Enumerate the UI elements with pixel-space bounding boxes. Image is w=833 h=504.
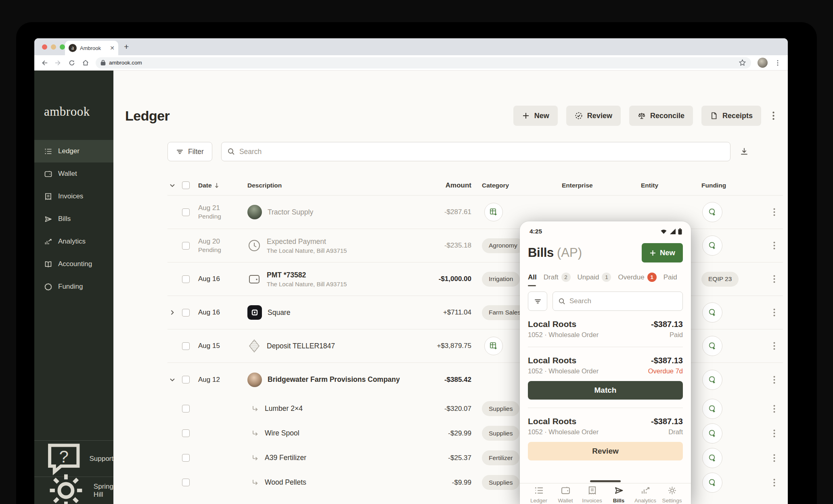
row-menu-icon[interactable] (765, 342, 783, 350)
bill-item[interactable]: Local Roots -$387.13 1052 · Wholesale Or… (528, 311, 683, 347)
add-category-button[interactable] (484, 337, 503, 355)
receipts-button[interactable]: Receipts (701, 106, 761, 126)
add-funding-button[interactable] (702, 399, 722, 419)
col-entity[interactable]: Entity (641, 182, 701, 189)
sidebar-item-funding[interactable]: Funding (34, 275, 113, 298)
add-funding-button[interactable] (702, 473, 722, 493)
sidebar-item-wallet[interactable]: Wallet (34, 162, 113, 185)
row-menu-icon[interactable] (765, 242, 783, 250)
row-checkbox[interactable] (182, 454, 190, 462)
category-chip[interactable]: Supplies (482, 475, 519, 490)
sidebar-item-analytics[interactable]: Analytics (34, 230, 113, 253)
add-funding-button[interactable] (702, 448, 722, 468)
row-checkbox[interactable] (182, 275, 190, 283)
tab-paid[interactable]: Paid (663, 273, 677, 286)
row-menu-icon[interactable] (765, 454, 783, 462)
select-all-checkbox[interactable] (182, 181, 190, 189)
browser-menu-icon[interactable] (774, 59, 781, 67)
collapse-all-chevron-icon[interactable] (169, 182, 176, 189)
row-menu-icon[interactable] (765, 208, 783, 216)
new-tab-button[interactable]: + (124, 42, 129, 51)
search-input[interactable] (239, 148, 724, 156)
review-button[interactable]: Review (566, 106, 621, 126)
add-funding-button[interactable] (702, 370, 722, 390)
category-chip[interactable]: Supplies (482, 401, 519, 416)
row-menu-icon[interactable] (765, 479, 783, 487)
category-chip[interactable]: Agronomy (482, 238, 524, 253)
bill-item[interactable]: Local Roots -$387.13 1052 · Wholesale Or… (528, 347, 683, 408)
tab-unpaid[interactable]: Unpaid1 (578, 273, 611, 287)
table-row[interactable]: Aug 21Pending Tractor Supply -$287.61 (167, 196, 783, 229)
row-checkbox[interactable] (182, 479, 190, 486)
phone-search-input[interactable] (569, 297, 677, 305)
close-window-button[interactable] (42, 44, 47, 50)
home-icon[interactable] (82, 59, 89, 67)
row-menu-icon[interactable] (765, 275, 783, 283)
reconcile-button[interactable]: Reconcile (629, 106, 693, 126)
row-checkbox[interactable] (182, 429, 190, 437)
search-field[interactable] (221, 142, 730, 161)
phone-nav-wallet[interactable]: Wallet (554, 485, 577, 504)
filter-button[interactable]: Filter (167, 142, 212, 161)
phone-nav-invoices[interactable]: Invoices (580, 485, 604, 504)
tab-all[interactable]: All (528, 273, 537, 286)
phone-nav-bills[interactable]: Bills (607, 485, 630, 504)
export-download-icon[interactable] (740, 147, 749, 156)
browser-profile-avatar[interactable] (758, 58, 768, 68)
col-description[interactable]: Description (247, 182, 403, 189)
tab-overdue[interactable]: Overdue1 (618, 273, 656, 287)
row-checkbox[interactable] (182, 242, 190, 250)
phone-nav-analytics[interactable]: Analytics (634, 485, 657, 504)
sidebar-item-spring-hill[interactable]: Spring Hill (34, 477, 113, 504)
col-amount[interactable]: Amount (403, 181, 471, 190)
add-funding-button[interactable] (702, 202, 722, 222)
bill-item[interactable]: Local Roots -$387.13 1052 · Wholesale Or… (528, 408, 683, 460)
category-chip[interactable]: Supplies (482, 426, 519, 441)
col-date[interactable]: Date (198, 182, 212, 189)
phone-nav-settings[interactable]: Settings (660, 485, 684, 504)
row-menu-icon[interactable] (765, 308, 783, 317)
phone-filter-button[interactable] (528, 292, 547, 311)
drag-handle[interactable] (590, 480, 621, 482)
category-chip[interactable]: Irrigation (482, 272, 520, 287)
match-button[interactable]: Match (528, 381, 683, 400)
category-chip[interactable]: Fertilizer (482, 450, 519, 465)
add-category-button[interactable] (484, 203, 503, 221)
minimize-window-button[interactable] (51, 44, 56, 50)
review-button[interactable]: Review (528, 442, 683, 460)
row-checkbox[interactable] (182, 208, 190, 216)
forward-icon[interactable] (54, 59, 62, 67)
col-enterprise[interactable]: Enterprise (562, 182, 641, 189)
row-menu-icon[interactable] (765, 405, 783, 413)
row-menu-icon[interactable] (765, 376, 783, 384)
add-funding-button[interactable] (702, 235, 722, 256)
row-checkbox[interactable] (182, 342, 190, 350)
header-overflow-menu-icon[interactable] (770, 108, 777, 124)
col-funding[interactable]: Funding (701, 182, 765, 189)
bookmark-star-icon[interactable] (739, 59, 746, 67)
back-icon[interactable] (41, 59, 48, 67)
sidebar-item-ledger[interactable]: Ledger (34, 140, 113, 162)
sidebar-item-bills[interactable]: Bills (34, 208, 113, 230)
phone-nav-ledger[interactable]: Ledger (527, 485, 550, 504)
row-checkbox[interactable] (182, 405, 190, 412)
address-bar[interactable]: ambrook.com (96, 57, 751, 69)
add-funding-button[interactable] (702, 336, 722, 356)
phone-search-field[interactable] (553, 292, 683, 311)
phone-new-bill-button[interactable]: New (642, 243, 683, 262)
tab-draft[interactable]: Draft2 (544, 273, 571, 287)
tab-close-icon[interactable]: ✕ (110, 45, 115, 51)
sidebar-item-accounting[interactable]: Accounting (34, 253, 113, 275)
collapse-chevron-icon[interactable] (169, 377, 176, 383)
funding-chip[interactable]: EQIP 23 (701, 272, 739, 287)
sidebar-item-invoices[interactable]: Invoices (34, 185, 113, 208)
add-funding-button[interactable] (702, 423, 722, 444)
row-checkbox[interactable] (182, 376, 190, 383)
new-button[interactable]: New (513, 106, 558, 126)
add-funding-button[interactable] (702, 302, 722, 323)
row-menu-icon[interactable] (765, 429, 783, 437)
col-category[interactable]: Category (482, 182, 562, 189)
row-checkbox[interactable] (182, 309, 190, 317)
expand-chevron-icon[interactable] (169, 309, 176, 316)
browser-tab[interactable]: a Ambrook ✕ (65, 41, 118, 55)
